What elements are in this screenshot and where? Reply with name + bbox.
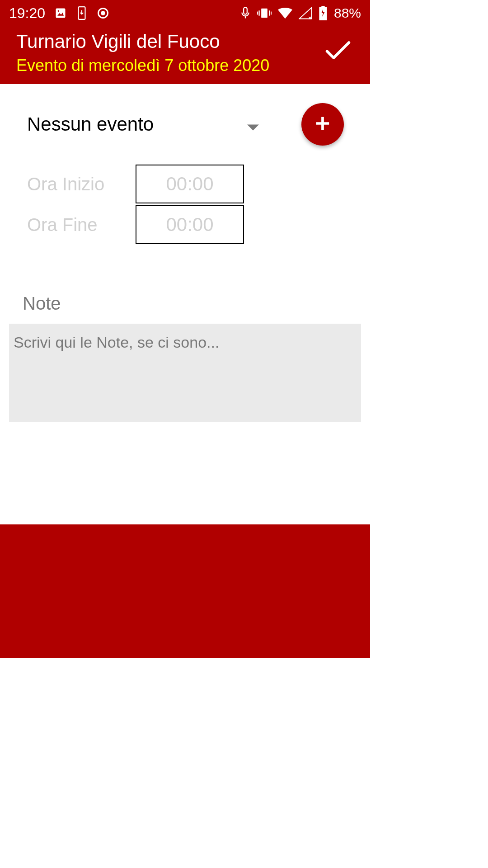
status-time: 19:20	[9, 5, 45, 22]
svg-rect-5	[244, 7, 247, 14]
app-title: Turnario Vigili del Fuoco	[16, 31, 269, 52]
svg-rect-8	[269, 10, 270, 15]
battery-icon	[319, 6, 328, 20]
plus-icon	[315, 116, 330, 133]
download-icon	[76, 6, 88, 20]
end-time-input[interactable]: 00:00	[136, 205, 244, 244]
app-subtitle: Evento di mercoledì 7 ottobre 2020	[16, 56, 269, 75]
battery-text: 88%	[334, 5, 361, 21]
event-dropdown[interactable]: Nessun evento	[27, 113, 259, 135]
event-row: Nessun evento	[27, 103, 360, 146]
svg-rect-7	[258, 10, 259, 15]
event-dropdown-label: Nessun evento	[27, 113, 154, 135]
svg-rect-12	[321, 6, 324, 7]
svg-rect-6	[261, 9, 267, 18]
end-time-row: Ora Fine 00:00	[27, 205, 360, 244]
status-bar: 19:20 × 88%	[0, 0, 370, 26]
note-placeholder: Scrivi qui le Note, se ci sono...	[14, 334, 219, 351]
content-area: Nessun evento Ora Inizio 00:00 Ora Fine …	[0, 84, 370, 524]
mic-icon	[240, 7, 251, 19]
svg-point-1	[58, 10, 59, 12]
status-left: 19:20	[9, 5, 109, 22]
vibrate-icon	[257, 7, 272, 19]
svg-text:×: ×	[308, 15, 311, 19]
time-section: Ora Inizio 00:00 Ora Fine 00:00	[27, 165, 360, 246]
note-label: Note	[23, 293, 360, 314]
add-event-button[interactable]	[301, 103, 344, 146]
start-time-input[interactable]: 00:00	[136, 165, 244, 203]
svg-point-4	[102, 12, 105, 15]
svg-rect-0	[56, 9, 66, 18]
wifi-icon	[278, 7, 292, 19]
app-header-text: Turnario Vigili del Fuoco Evento di merc…	[16, 31, 269, 75]
svg-rect-10	[271, 12, 272, 15]
check-icon[interactable]	[325, 40, 351, 62]
signal-icon: ×	[299, 7, 312, 19]
target-icon	[97, 7, 109, 19]
photo-icon	[54, 7, 67, 19]
end-time-label: Ora Fine	[27, 215, 136, 235]
svg-rect-9	[257, 12, 258, 15]
start-time-row: Ora Inizio 00:00	[27, 165, 360, 203]
status-right: × 88%	[240, 5, 361, 21]
start-time-label: Ora Inizio	[27, 174, 136, 194]
footer	[0, 524, 370, 658]
app-header: Turnario Vigili del Fuoco Evento di merc…	[0, 26, 370, 84]
note-input[interactable]: Scrivi qui le Note, se ci sono...	[9, 324, 361, 422]
chevron-down-icon	[247, 113, 259, 135]
